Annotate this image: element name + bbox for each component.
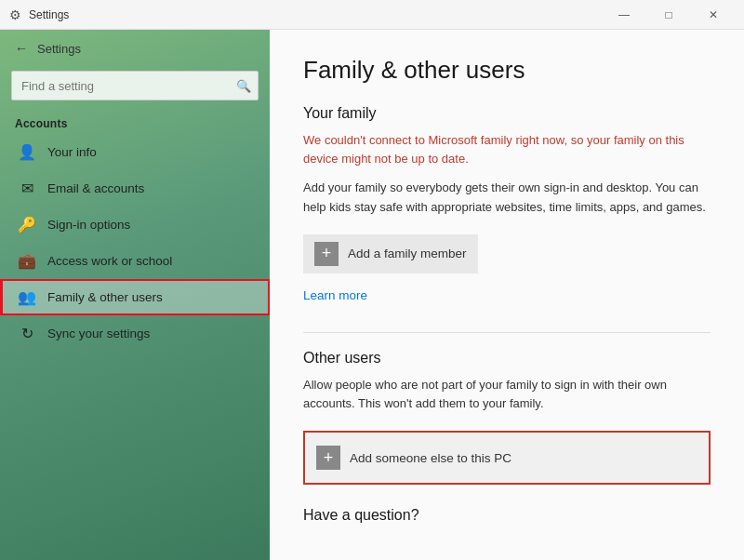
search-container: 🔍 [11, 71, 259, 100]
sidebar-item-sync-settings[interactable]: ↻ Sync your settings [0, 315, 270, 352]
email-icon: ✉ [18, 180, 36, 197]
sidebar-item-work-school[interactable]: 💼 Access work or school [0, 243, 270, 279]
titlebar-title: Settings [29, 8, 69, 21]
titlebar: ⚙ Settings — □ ✕ [0, 0, 744, 30]
learn-more-link[interactable]: Learn more [303, 288, 367, 302]
minimize-button[interactable]: — [603, 0, 645, 30]
sync-icon: ↻ [18, 325, 36, 342]
family-users-icon: 👥 [18, 288, 36, 306]
add-family-member-label: Add a family member [348, 247, 467, 260]
content-area: Family & other users Your family We coul… [270, 30, 744, 560]
your-family-section-title: Your family [303, 105, 711, 122]
page-title: Family & other users [303, 56, 711, 85]
back-label: Settings [37, 42, 81, 56]
your-info-icon: 👤 [18, 143, 36, 161]
search-input[interactable] [11, 71, 259, 100]
titlebar-controls: — □ ✕ [603, 0, 735, 30]
add-family-member-button[interactable]: + Add a family member [303, 234, 478, 273]
back-button[interactable]: ← Settings [0, 30, 270, 67]
sidebar-item-email-accounts[interactable]: ✉ Email & accounts [0, 170, 270, 207]
sidebar-item-label-family: Family & other users [47, 290, 163, 304]
sidebar-item-label-signin: Sign-in options [47, 218, 130, 232]
app-body: ← Settings 🔍 Accounts 👤 Your info ✉ Emai… [0, 30, 744, 560]
plus-icon: + [314, 242, 339, 266]
have-question-title: Have a question? [303, 507, 711, 524]
search-icon: 🔍 [236, 79, 251, 93]
maximize-button[interactable]: □ [647, 0, 690, 30]
sidebar-item-family-users[interactable]: 👥 Family & other users [0, 279, 270, 315]
family-description: Add your family so everybody gets their … [303, 179, 711, 218]
section-divider [303, 332, 711, 333]
other-users-description: Allow people who are not part of your fa… [303, 376, 711, 415]
sidebar-item-label-your-info: Your info [47, 145, 97, 159]
sign-in-icon: 🔑 [18, 216, 36, 233]
sidebar-item-label-sync: Sync your settings [47, 327, 150, 340]
add-someone-button[interactable]: + Add someone else to this PC [303, 431, 711, 485]
add-someone-plus-icon: + [316, 446, 340, 470]
sidebar-item-your-info[interactable]: 👤 Your info [0, 134, 270, 170]
other-users-section-title: Other users [303, 350, 711, 367]
close-button[interactable]: ✕ [692, 0, 735, 30]
sidebar-section-label: Accounts [0, 112, 270, 134]
add-someone-label: Add someone else to this PC [350, 451, 512, 465]
settings-window-icon: ⚙ [9, 7, 21, 22]
work-school-icon: 💼 [18, 252, 36, 270]
sidebar-item-sign-in[interactable]: 🔑 Sign-in options [0, 207, 270, 243]
family-error-message: We couldn't connect to Microsoft family … [303, 131, 711, 167]
sidebar-item-label-work: Access work or school [47, 254, 172, 268]
back-arrow-icon: ← [15, 41, 28, 56]
sidebar-item-label-email: Email & accounts [47, 181, 144, 195]
sidebar: ← Settings 🔍 Accounts 👤 Your info ✉ Emai… [0, 30, 270, 560]
titlebar-left: ⚙ Settings [9, 7, 603, 22]
